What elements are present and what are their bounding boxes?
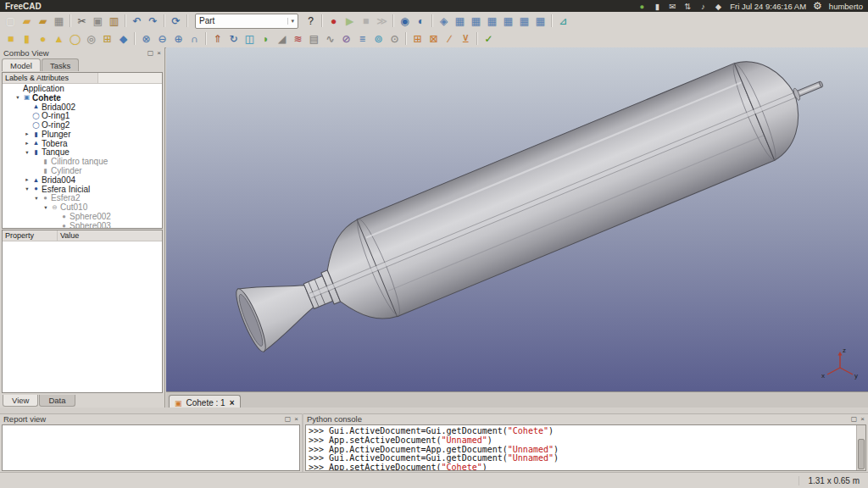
tree-item-tobera[interactable]: ▸▲Tobera [3, 139, 162, 148]
part-section-icon[interactable]: ⊘ [338, 31, 354, 46]
float-panel-icon[interactable]: ▢ [285, 416, 292, 423]
part-tube-icon[interactable]: ◎ [83, 31, 99, 46]
undo-icon[interactable]: ↶ [129, 14, 145, 28]
view-front-icon[interactable]: ▦ [452, 14, 468, 28]
value-column-header[interactable]: Value [58, 230, 162, 241]
refresh-icon[interactable]: ⟳ [168, 14, 184, 28]
part-extrude-icon[interactable]: ⇑ [209, 31, 225, 46]
part-ruled-surface-icon[interactable]: ≋ [290, 31, 306, 46]
python-console-input[interactable]: >>> Gui.ActiveDocument=Gui.getDocument("… [305, 424, 866, 471]
tree-item-plunger[interactable]: ▸▮Plunger [3, 130, 162, 139]
network-icon[interactable]: ⇅ [682, 1, 693, 11]
tree-column-header[interactable]: Labels & Attributes [3, 73, 98, 83]
part-loft-icon[interactable]: ▤ [306, 31, 322, 46]
tree-item-brida002[interactable]: ▲Brida002 [3, 103, 162, 112]
expander-icon[interactable]: ▾ [42, 204, 49, 211]
bluetooth-icon[interactable]: ◆ [713, 1, 723, 11]
tree-item-cut010[interactable]: ▾⊖Cut010 [3, 202, 162, 212]
expander-icon[interactable]: ▾ [24, 186, 31, 192]
close-panel-icon[interactable]: × [860, 416, 865, 423]
close-panel-icon[interactable]: × [294, 416, 298, 423]
part-chamfer-icon[interactable]: ◢ [274, 31, 290, 46]
macro-execute-icon[interactable]: ▶ [342, 14, 358, 28]
part-cylinder-icon[interactable]: ▮ [19, 31, 35, 46]
tab-data[interactable]: Data [39, 395, 75, 407]
cut-icon[interactable]: ✂ [74, 14, 90, 28]
battery-icon[interactable]: ▮ [652, 1, 662, 11]
clock[interactable]: Fri Jul 24 9:46:16 AM [730, 2, 806, 11]
part-check-geometry-icon[interactable]: ✓ [481, 31, 497, 46]
expander-icon[interactable]: ▸ [24, 176, 31, 183]
part-cross-sections-icon[interactable]: ≡ [354, 31, 370, 46]
indicator-app-icon[interactable]: ● [637, 1, 647, 11]
expander-icon[interactable]: ▸ [24, 140, 31, 147]
tree-item-o-ring1[interactable]: ◯O-ring1 [3, 111, 162, 120]
3d-scene[interactable]: z y x [166, 47, 868, 391]
part-torus-icon[interactable]: ◯ [67, 31, 83, 46]
session-gear-icon[interactable]: ⚙ [813, 0, 822, 12]
tree-item-tanque[interactable]: ▾▮Tanque [3, 148, 162, 158]
part-slice-icon[interactable]: ∕ [442, 31, 458, 46]
volume-icon[interactable]: ♪ [698, 1, 708, 11]
part-sweep-icon[interactable]: ∿ [322, 31, 338, 46]
draw-style-icon[interactable]: ◐ [413, 14, 429, 28]
print-icon[interactable]: ▦ [51, 14, 67, 28]
part-union-icon[interactable]: ⊕ [170, 31, 186, 46]
mail-icon[interactable]: ✉ [667, 1, 677, 11]
username[interactable]: humberto [829, 2, 863, 11]
view-left-icon[interactable]: ▦ [532, 14, 548, 28]
console-scrollbar-thumb[interactable] [858, 439, 865, 469]
macro-debug-icon[interactable]: ≫ [374, 14, 390, 28]
zoom-fit-icon[interactable]: ◉ [397, 14, 413, 28]
part-mirror-icon[interactable]: ◫ [242, 31, 258, 46]
view-rear-icon[interactable]: ▦ [500, 14, 516, 28]
view-top-icon[interactable]: ▦ [468, 14, 484, 28]
part-primitives-icon[interactable]: ⊞ [99, 31, 115, 46]
expander-icon[interactable]: ▾ [24, 149, 31, 156]
part-cut-icon[interactable]: ⊖ [154, 31, 170, 46]
close-panel-icon[interactable]: × [157, 50, 161, 57]
part-compound-icon[interactable]: ⊞ [409, 31, 426, 46]
tree-item-o-ring2[interactable]: ◯O-ring2 [3, 120, 162, 130]
save-icon[interactable]: ▰ [35, 14, 51, 28]
measure-icon[interactable]: ⊿ [555, 14, 571, 28]
close-tab-icon[interactable]: × [230, 398, 235, 408]
new-file-icon[interactable]: ▢ [3, 14, 19, 28]
workbench-selector[interactable]: Part ▾ [195, 14, 298, 29]
view-bottom-icon[interactable]: ▦ [516, 14, 532, 28]
expander-icon[interactable]: ▾ [33, 195, 40, 202]
part-cone-icon[interactable]: ▲ [51, 31, 67, 46]
tree-item-cylinder[interactable]: ▮Cylinder [3, 166, 162, 175]
tab-view[interactable]: View [3, 395, 38, 407]
tree-item-cilindro-tanque[interactable]: ▮Cilindro tanque [3, 157, 162, 166]
tab-tasks[interactable]: Tasks [42, 58, 79, 71]
part-boolean-icon[interactable]: ⊗ [138, 31, 154, 46]
part-sphere-icon[interactable]: ● [35, 31, 51, 46]
tree-item-esfera-inicial[interactable]: ▾●Esfera Inicial [3, 185, 162, 194]
float-panel-icon[interactable]: ▢ [147, 50, 154, 57]
tab-model[interactable]: Model [2, 58, 41, 71]
part-revolve-icon[interactable]: ↻ [225, 31, 242, 46]
view-right-icon[interactable]: ▦ [484, 14, 500, 28]
expander-icon[interactable]: ▾ [14, 94, 21, 101]
part-xor-icon[interactable]: ⊻ [458, 31, 474, 46]
part-box-icon[interactable]: ■ [3, 31, 19, 46]
console-scrollbar[interactable] [856, 425, 865, 470]
tree-item-cohete[interactable]: ▾▣Cohete [3, 93, 162, 103]
part-intersection-icon[interactable]: ∩ [186, 31, 203, 46]
tree-item-brida004[interactable]: ▸▲Brida004 [3, 175, 162, 185]
3d-viewport[interactable]: z y x [166, 47, 868, 391]
part-boolean-fragments-icon[interactable]: ⊠ [426, 31, 442, 46]
tree-item-sphere002[interactable]: ●Sphere002 [3, 212, 162, 221]
property-column-header[interactable]: Property [3, 230, 58, 241]
macro-record-icon[interactable]: ● [326, 14, 342, 28]
whats-this-icon[interactable]: ? [303, 14, 319, 28]
open-file-icon[interactable]: ▰ [19, 14, 35, 28]
float-panel-icon[interactable]: ▢ [851, 416, 858, 423]
macro-stop-icon[interactable]: ■ [358, 14, 374, 28]
tree-item-sphere003[interactable]: ●Sphere003 [3, 221, 162, 229]
part-thickness-icon[interactable]: ⊙ [387, 31, 403, 46]
view-isometric-icon[interactable]: ◈ [436, 14, 452, 28]
expander-icon[interactable]: ▸ [24, 130, 31, 137]
redo-icon[interactable]: ↷ [145, 14, 161, 28]
